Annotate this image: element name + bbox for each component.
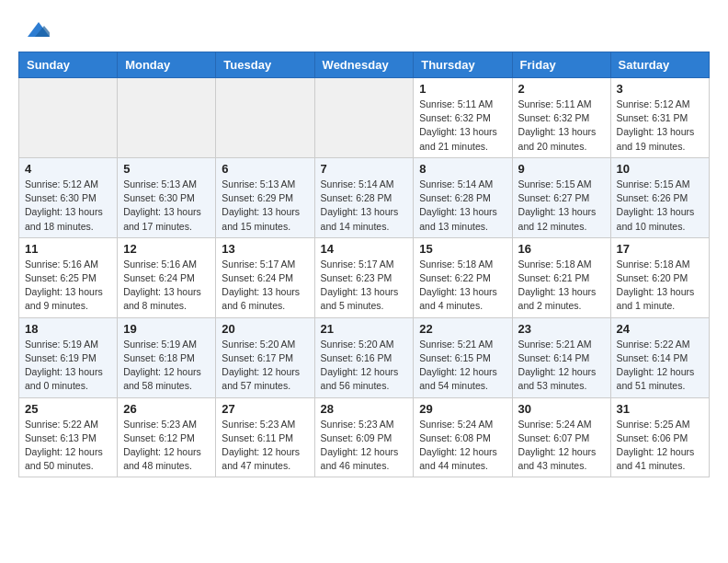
calendar-cell: 9Sunrise: 5:15 AMSunset: 6:27 PMDaylight… xyxy=(512,157,610,237)
calendar-cell: 28Sunrise: 5:23 AMSunset: 6:09 PMDayligh… xyxy=(314,397,414,477)
day-number: 23 xyxy=(518,322,605,336)
calendar-week-row: 11Sunrise: 5:16 AMSunset: 6:25 PMDayligh… xyxy=(19,237,710,317)
day-info: Sunrise: 5:12 AMSunset: 6:30 PMDaylight:… xyxy=(25,178,111,234)
calendar-cell: 19Sunrise: 5:19 AMSunset: 6:18 PMDayligh… xyxy=(118,317,216,397)
calendar-cell xyxy=(19,78,118,158)
calendar-cell xyxy=(118,78,216,158)
calendar-cell: 21Sunrise: 5:20 AMSunset: 6:16 PMDayligh… xyxy=(314,317,414,397)
day-info: Sunrise: 5:22 AMSunset: 6:14 PMDaylight:… xyxy=(617,338,703,394)
day-number: 12 xyxy=(123,242,210,256)
day-number: 16 xyxy=(518,242,605,256)
day-number: 20 xyxy=(222,322,308,336)
day-number: 10 xyxy=(617,162,703,176)
day-number: 14 xyxy=(321,242,408,256)
day-header-tuesday: Tuesday xyxy=(216,52,314,78)
day-info: Sunrise: 5:14 AMSunset: 6:28 PMDaylight:… xyxy=(321,178,408,234)
day-info: Sunrise: 5:15 AMSunset: 6:27 PMDaylight:… xyxy=(518,178,605,234)
calendar-cell: 14Sunrise: 5:17 AMSunset: 6:23 PMDayligh… xyxy=(314,237,414,317)
day-number: 1 xyxy=(419,82,506,96)
calendar-cell: 24Sunrise: 5:22 AMSunset: 6:14 PMDayligh… xyxy=(610,317,709,397)
day-number: 26 xyxy=(123,402,210,416)
day-info: Sunrise: 5:20 AMSunset: 6:17 PMDaylight:… xyxy=(222,338,308,394)
day-info: Sunrise: 5:25 AMSunset: 6:06 PMDaylight:… xyxy=(617,418,703,474)
calendar-cell: 11Sunrise: 5:16 AMSunset: 6:25 PMDayligh… xyxy=(19,237,118,317)
day-info: Sunrise: 5:12 AMSunset: 6:31 PMDaylight:… xyxy=(617,98,703,154)
calendar-cell: 3Sunrise: 5:12 AMSunset: 6:31 PMDaylight… xyxy=(610,78,709,158)
day-number: 8 xyxy=(419,162,506,176)
day-number: 27 xyxy=(222,402,308,416)
calendar-cell xyxy=(216,78,314,158)
day-info: Sunrise: 5:23 AMSunset: 6:12 PMDaylight:… xyxy=(123,418,210,474)
day-header-friday: Friday xyxy=(512,52,610,78)
day-info: Sunrise: 5:17 AMSunset: 6:23 PMDaylight:… xyxy=(321,258,408,314)
day-info: Sunrise: 5:19 AMSunset: 6:18 PMDaylight:… xyxy=(123,338,210,394)
day-number: 24 xyxy=(617,322,703,336)
day-info: Sunrise: 5:18 AMSunset: 6:20 PMDaylight:… xyxy=(617,258,703,314)
day-info: Sunrise: 5:19 AMSunset: 6:19 PMDaylight:… xyxy=(25,338,111,394)
calendar-cell: 16Sunrise: 5:18 AMSunset: 6:21 PMDayligh… xyxy=(512,237,610,317)
calendar-cell: 5Sunrise: 5:13 AMSunset: 6:30 PMDaylight… xyxy=(118,157,216,237)
day-number: 29 xyxy=(419,402,506,416)
calendar-cell: 1Sunrise: 5:11 AMSunset: 6:32 PMDaylight… xyxy=(414,78,512,158)
day-header-wednesday: Wednesday xyxy=(314,52,414,78)
day-info: Sunrise: 5:16 AMSunset: 6:24 PMDaylight:… xyxy=(123,258,210,314)
calendar-header-row: SundayMondayTuesdayWednesdayThursdayFrid… xyxy=(19,52,710,78)
day-header-saturday: Saturday xyxy=(610,52,709,78)
day-info: Sunrise: 5:18 AMSunset: 6:22 PMDaylight:… xyxy=(419,258,506,314)
day-number: 13 xyxy=(222,242,308,256)
day-number: 17 xyxy=(617,242,703,256)
calendar-cell: 10Sunrise: 5:15 AMSunset: 6:26 PMDayligh… xyxy=(610,157,709,237)
day-info: Sunrise: 5:18 AMSunset: 6:21 PMDaylight:… xyxy=(518,258,605,314)
calendar-cell: 30Sunrise: 5:24 AMSunset: 6:07 PMDayligh… xyxy=(512,397,610,477)
calendar-cell: 17Sunrise: 5:18 AMSunset: 6:20 PMDayligh… xyxy=(610,237,709,317)
day-number: 5 xyxy=(123,162,210,176)
day-number: 4 xyxy=(25,162,111,176)
day-number: 2 xyxy=(518,82,605,96)
day-number: 7 xyxy=(321,162,408,176)
calendar-cell xyxy=(314,78,414,158)
calendar-cell: 18Sunrise: 5:19 AMSunset: 6:19 PMDayligh… xyxy=(19,317,118,397)
day-info: Sunrise: 5:23 AMSunset: 6:11 PMDaylight:… xyxy=(222,418,308,474)
page-header xyxy=(18,18,710,37)
calendar-cell: 8Sunrise: 5:14 AMSunset: 6:28 PMDaylight… xyxy=(414,157,512,237)
calendar-cell: 20Sunrise: 5:20 AMSunset: 6:17 PMDayligh… xyxy=(216,317,314,397)
day-number: 22 xyxy=(419,322,506,336)
day-info: Sunrise: 5:11 AMSunset: 6:32 PMDaylight:… xyxy=(419,98,506,154)
day-number: 21 xyxy=(321,322,408,336)
day-info: Sunrise: 5:23 AMSunset: 6:09 PMDaylight:… xyxy=(321,418,408,474)
day-number: 30 xyxy=(518,402,605,416)
day-number: 15 xyxy=(419,242,506,256)
calendar-cell: 22Sunrise: 5:21 AMSunset: 6:15 PMDayligh… xyxy=(414,317,512,397)
calendar-week-row: 4Sunrise: 5:12 AMSunset: 6:30 PMDaylight… xyxy=(19,157,710,237)
day-info: Sunrise: 5:22 AMSunset: 6:13 PMDaylight:… xyxy=(25,418,111,474)
calendar-cell: 27Sunrise: 5:23 AMSunset: 6:11 PMDayligh… xyxy=(216,397,314,477)
day-header-monday: Monday xyxy=(118,52,216,78)
day-info: Sunrise: 5:24 AMSunset: 6:08 PMDaylight:… xyxy=(419,418,506,474)
day-number: 25 xyxy=(25,402,111,416)
calendar-cell: 13Sunrise: 5:17 AMSunset: 6:24 PMDayligh… xyxy=(216,237,314,317)
day-number: 19 xyxy=(123,322,210,336)
day-info: Sunrise: 5:21 AMSunset: 6:14 PMDaylight:… xyxy=(518,338,605,394)
logo-icon xyxy=(20,18,50,40)
day-info: Sunrise: 5:15 AMSunset: 6:26 PMDaylight:… xyxy=(617,178,703,234)
calendar-week-row: 1Sunrise: 5:11 AMSunset: 6:32 PMDaylight… xyxy=(19,78,710,158)
calendar-cell: 26Sunrise: 5:23 AMSunset: 6:12 PMDayligh… xyxy=(118,397,216,477)
logo xyxy=(18,18,50,37)
day-info: Sunrise: 5:16 AMSunset: 6:25 PMDaylight:… xyxy=(25,258,111,314)
calendar-cell: 25Sunrise: 5:22 AMSunset: 6:13 PMDayligh… xyxy=(19,397,118,477)
calendar-table: SundayMondayTuesdayWednesdayThursdayFrid… xyxy=(18,52,710,477)
calendar-cell: 2Sunrise: 5:11 AMSunset: 6:32 PMDaylight… xyxy=(512,78,610,158)
day-number: 3 xyxy=(617,82,703,96)
calendar-cell: 23Sunrise: 5:21 AMSunset: 6:14 PMDayligh… xyxy=(512,317,610,397)
day-info: Sunrise: 5:24 AMSunset: 6:07 PMDaylight:… xyxy=(518,418,605,474)
day-header-thursday: Thursday xyxy=(414,52,512,78)
calendar-cell: 15Sunrise: 5:18 AMSunset: 6:22 PMDayligh… xyxy=(414,237,512,317)
day-info: Sunrise: 5:14 AMSunset: 6:28 PMDaylight:… xyxy=(419,178,506,234)
day-info: Sunrise: 5:11 AMSunset: 6:32 PMDaylight:… xyxy=(518,98,605,154)
day-header-sunday: Sunday xyxy=(19,52,118,78)
calendar-cell: 12Sunrise: 5:16 AMSunset: 6:24 PMDayligh… xyxy=(118,237,216,317)
calendar-cell: 31Sunrise: 5:25 AMSunset: 6:06 PMDayligh… xyxy=(610,397,709,477)
day-info: Sunrise: 5:21 AMSunset: 6:15 PMDaylight:… xyxy=(419,338,506,394)
day-number: 6 xyxy=(222,162,308,176)
calendar-cell: 29Sunrise: 5:24 AMSunset: 6:08 PMDayligh… xyxy=(414,397,512,477)
